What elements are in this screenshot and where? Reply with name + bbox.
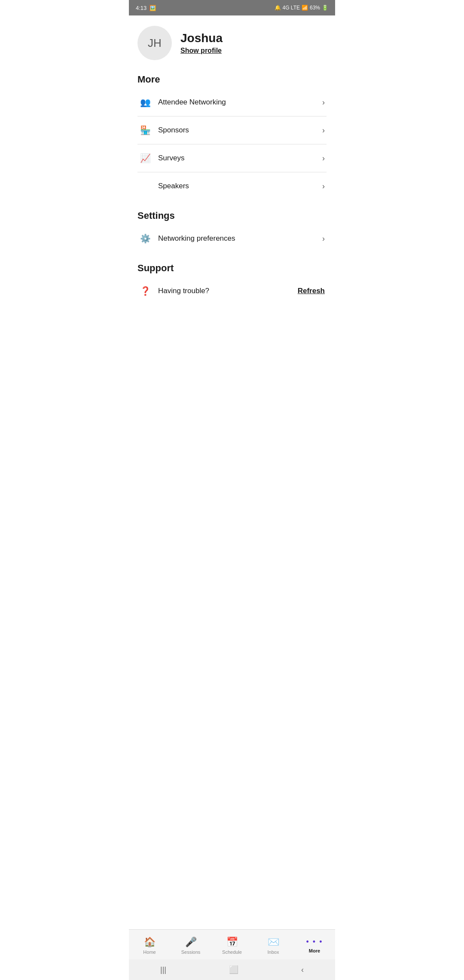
support-section: Support ❓ Having trouble? Refresh [137, 263, 327, 305]
android-home-button[interactable]: ⬜ [229, 965, 238, 974]
profile-name: Joshua [180, 31, 223, 45]
status-time: 4:13 [136, 5, 147, 11]
support-heading: Support [137, 263, 327, 274]
nav-item-home[interactable]: 🏠 Home [129, 937, 170, 955]
chevron-right-icon: › [322, 154, 325, 163]
settings-heading: Settings [137, 210, 327, 221]
chevron-right-icon: › [322, 234, 325, 243]
status-battery-icon: 🔋 [322, 5, 328, 11]
nav-label-sessions: Sessions [181, 949, 201, 955]
help-icon: ❓ [139, 285, 151, 297]
android-menu-button[interactable]: ||| [160, 965, 166, 974]
avatar-initials: JH [148, 37, 162, 50]
profile-section: JH Joshua Show profile [137, 26, 327, 60]
profile-info: Joshua Show profile [180, 31, 223, 55]
attendee-networking-label: Attendee Networking [158, 98, 226, 107]
show-profile-link[interactable]: Show profile [180, 47, 223, 55]
nav-item-more[interactable]: • • • More [294, 937, 335, 953]
status-bar: 4:13 🖼️ 🔔 4G LTE 📶 63% 🔋 [129, 0, 335, 15]
surveys-icon: 📈 [139, 152, 151, 164]
nav-item-schedule[interactable]: 📅 Schedule [211, 937, 253, 955]
settings-section: Settings ⚙️ Networking preferences › [137, 210, 327, 252]
more-heading: More [137, 74, 327, 85]
schedule-icon: 📅 [226, 937, 238, 948]
android-back-button[interactable]: ‹ [301, 965, 304, 974]
status-signal: 4G LTE [283, 5, 300, 11]
refresh-button[interactable]: Refresh [298, 287, 325, 295]
sponsors-icon: 🏪 [139, 124, 151, 136]
bottom-nav: 🏠 Home 🎤 Sessions 📅 Schedule ✉️ Inbox • … [129, 929, 335, 959]
status-right: 🔔 4G LTE 📶 63% 🔋 [275, 5, 329, 11]
menu-item-attendee-networking[interactable]: 👥 Attendee Networking › [137, 89, 327, 116]
chevron-right-icon: › [322, 98, 325, 107]
speakers-label: Speakers [158, 182, 189, 190]
chevron-right-icon: › [322, 182, 325, 191]
android-nav: ||| ⬜ ‹ [129, 959, 335, 980]
main-content: JH Joshua Show profile More 👥 Attendee N… [129, 15, 335, 929]
menu-item-sponsors[interactable]: 🏪 Sponsors › [137, 116, 327, 144]
support-item-trouble: ❓ Having trouble? Refresh [137, 277, 327, 305]
gear-icon: ⚙️ [139, 233, 151, 245]
surveys-label: Surveys [158, 154, 184, 162]
status-battery: 63% [310, 5, 320, 11]
menu-item-networking-preferences[interactable]: ⚙️ Networking preferences › [137, 225, 327, 252]
networking-preferences-label: Networking preferences [158, 234, 235, 243]
inbox-icon: ✉️ [268, 937, 279, 948]
more-section: More 👥 Attendee Networking › 🏪 Sponsors … [137, 74, 327, 200]
nav-label-schedule: Schedule [222, 949, 242, 955]
attendee-networking-icon: 👥 [139, 96, 151, 108]
status-left: 4:13 🖼️ [136, 5, 156, 11]
trouble-label: Having trouble? [158, 287, 209, 295]
more-dots-icon: • • • [306, 937, 323, 946]
nav-item-inbox[interactable]: ✉️ Inbox [253, 937, 294, 955]
status-photo-icon: 🖼️ [149, 5, 156, 11]
menu-item-surveys[interactable]: 📈 Surveys › [137, 144, 327, 172]
nav-label-home: Home [143, 949, 156, 955]
nav-label-inbox: Inbox [268, 949, 279, 955]
status-alarm-icon: 🔔 [275, 5, 281, 11]
status-wifi-icon: 📶 [302, 5, 308, 11]
menu-item-speakers[interactable]: Speakers › [137, 172, 327, 200]
nav-label-more: More [309, 948, 320, 953]
avatar: JH [137, 26, 172, 60]
home-icon: 🏠 [144, 937, 156, 948]
nav-item-sessions[interactable]: 🎤 Sessions [170, 937, 211, 955]
speakers-icon [139, 180, 151, 192]
chevron-right-icon: › [322, 126, 325, 135]
sponsors-label: Sponsors [158, 126, 189, 135]
sessions-icon: 🎤 [185, 937, 197, 948]
